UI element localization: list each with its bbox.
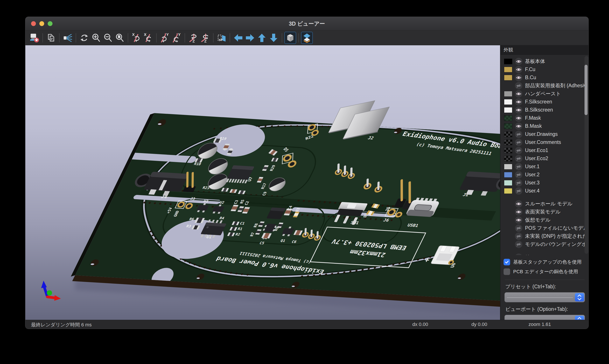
layer-color-swatch[interactable] (504, 123, 512, 129)
layer-row[interactable]: User.Eco1 (504, 146, 589, 155)
layer-color-swatch[interactable] (504, 188, 512, 194)
layer-color-swatch[interactable] (504, 75, 512, 80)
redraw-icon (79, 33, 89, 43)
layer-row[interactable]: User.Drawings (504, 130, 589, 138)
orthographic-projection-toggle[interactable] (284, 32, 296, 44)
layer-color-swatch[interactable] (504, 99, 512, 105)
layer-row[interactable]: 基板本体 (504, 57, 589, 65)
visibility-on-icon[interactable] (515, 208, 522, 216)
layer-color-swatch[interactable] (504, 115, 512, 121)
layer-color-swatch[interactable] (504, 180, 512, 186)
layer-row[interactable]: 仮想モデル (504, 216, 589, 224)
visibility-off-icon[interactable] (515, 139, 522, 146)
layer-row[interactable]: 表面実装モデル (504, 208, 589, 216)
zoom-in-button[interactable] (90, 32, 102, 44)
layer-row[interactable]: User.Eco2 (504, 155, 589, 163)
pcb-3d-viewport[interactable]: Exidiophone v6.0 Audio Board(c) Tomoya M… (25, 45, 500, 320)
visibility-on-icon[interactable] (515, 106, 522, 114)
visibility-on-icon[interactable] (515, 122, 522, 130)
layer-color-swatch[interactable] (504, 107, 512, 113)
visibility-off-icon[interactable] (515, 147, 522, 154)
raytracing-render-button[interactable] (62, 32, 74, 44)
layer-row[interactable]: User.4 (504, 187, 589, 195)
layer-row[interactable]: モデルのバウンディングボックス (504, 240, 589, 248)
preset-dropdown[interactable] (505, 292, 585, 302)
option-row[interactable]: 基板スタックアップの色を使用 (504, 257, 586, 267)
visibility-on-icon[interactable] (515, 66, 522, 73)
layer-color-swatch[interactable] (504, 140, 512, 145)
visibility-off-icon[interactable] (515, 171, 522, 179)
visibility-off-icon[interactable] (515, 163, 522, 170)
visibility-off-icon[interactable] (515, 224, 522, 232)
visibility-on-icon[interactable] (515, 200, 522, 208)
layer-row[interactable]: F.Cu (504, 65, 589, 74)
layer-row[interactable]: 部品実装用接着剤 (Adhesive) (504, 82, 589, 90)
visibility-off-icon[interactable] (515, 241, 522, 248)
reload-board-button[interactable] (28, 32, 40, 44)
visibility-off-icon[interactable] (515, 187, 522, 195)
layer-list[interactable]: 基板本体F.CuB.Cu部品実装用接着剤 (Adhesive)ハンダペーストF.… (501, 55, 589, 255)
pan-down-button[interactable] (268, 32, 280, 44)
flip-board-button[interactable] (216, 32, 228, 44)
rotate-z-clockwise-button[interactable]: Z (187, 32, 199, 44)
option-row[interactable]: PCB エディターの銅色を使用 (504, 267, 586, 276)
layer-row[interactable]: User.2 (504, 171, 589, 179)
visibility-on-icon[interactable] (515, 254, 522, 255)
visibility-on-icon[interactable] (515, 90, 522, 98)
checkbox-checked[interactable] (504, 259, 510, 265)
visibility-on-icon[interactable] (515, 74, 522, 81)
visibility-on-icon[interactable] (515, 58, 522, 65)
viewport-dropdown[interactable] (505, 315, 585, 320)
rotate-y-clockwise-button[interactable]: Y (159, 32, 171, 44)
layer-row[interactable]: User.1 (504, 163, 589, 171)
visibility-off-icon[interactable] (515, 82, 522, 90)
layer-row[interactable]: B.Mask (504, 122, 589, 130)
layer-color-swatch[interactable] (504, 67, 512, 72)
layer-color-swatch[interactable] (504, 91, 512, 97)
layer-row[interactable]: ハンダペースト (504, 90, 589, 98)
visibility-off-icon[interactable] (515, 130, 522, 138)
layer-row[interactable]: スルーホール モデル (504, 200, 589, 208)
appearance-layers-toggle[interactable] (301, 32, 313, 44)
visibility-on-icon[interactable] (515, 114, 522, 122)
layer-color-swatch[interactable] (504, 172, 512, 178)
layer-row[interactable]: User.Comments (504, 138, 589, 146)
layer-color-swatch[interactable] (504, 131, 512, 137)
titlebar[interactable]: 3D ビューアー (25, 17, 588, 31)
layer-row[interactable]: 未実装 (DNP) が指定された基板 (504, 232, 589, 240)
rotate-x-clockwise-button[interactable]: X (130, 32, 142, 44)
rotate-x-counterclockwise-button[interactable]: X (142, 32, 154, 44)
layer-row[interactable]: F.Mask (504, 114, 589, 122)
layer-color-swatch[interactable] (504, 164, 512, 169)
copy-image-button[interactable] (45, 32, 57, 44)
layer-color-swatch[interactable] (504, 156, 512, 161)
redraw-button[interactable] (78, 32, 90, 44)
scrollbar-track[interactable] (584, 56, 588, 254)
layer-row[interactable]: B.Silkscreen (504, 106, 589, 114)
pan-right-button[interactable] (244, 32, 256, 44)
visibility-off-icon[interactable] (515, 233, 522, 240)
viewport-stepper-icon[interactable] (575, 316, 584, 320)
pan-left-button[interactable] (232, 32, 244, 44)
zoom-fit-button[interactable] (114, 32, 126, 44)
layer-label: モデルのバウンディングボックス (525, 241, 589, 248)
layer-color-swatch[interactable] (504, 148, 512, 153)
rotate-y-counterclockwise-button[interactable]: Y (171, 32, 182, 44)
scrollbar-thumb[interactable] (584, 65, 588, 115)
pan-up-button[interactable] (256, 32, 268, 44)
visibility-on-icon[interactable] (515, 216, 522, 224)
layer-color-swatch[interactable] (504, 59, 512, 64)
layer-row[interactable]: User.3 (504, 179, 589, 187)
layer-row[interactable]: 値 (504, 253, 589, 255)
layer-row[interactable]: F.Silkscreen (504, 98, 589, 106)
preset-stepper-icon[interactable] (575, 293, 584, 301)
layer-row[interactable]: B.Cu (504, 74, 589, 82)
pcb-board[interactable]: Exidiophone v6.0 Audio Board(c) Tomoya M… (59, 87, 500, 309)
checkbox-unchecked[interactable] (504, 268, 510, 275)
zoom-out-button[interactable] (102, 32, 114, 44)
layer-row[interactable]: POS ファイルにないモデル (504, 224, 589, 232)
visibility-off-icon[interactable] (515, 155, 522, 162)
rotate-z-counterclockwise-button[interactable]: Z (199, 32, 211, 44)
visibility-on-icon[interactable] (515, 98, 522, 106)
visibility-off-icon[interactable] (515, 179, 522, 187)
